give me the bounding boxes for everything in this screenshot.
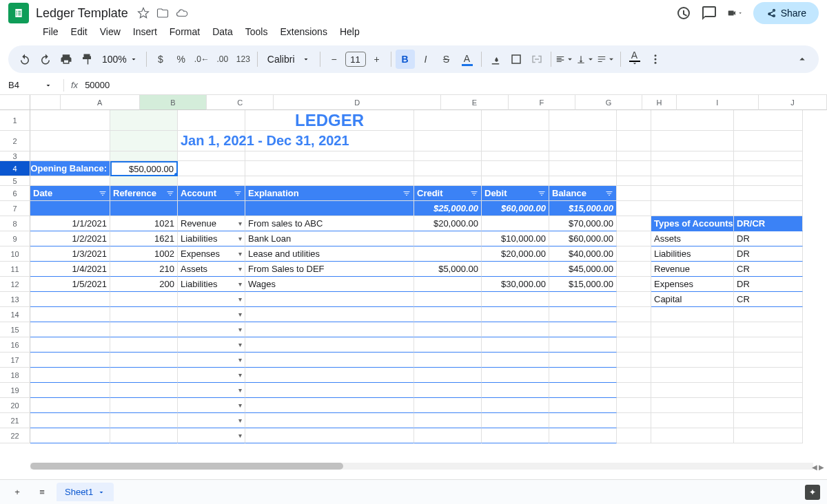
toolbar: 100% $ % .0← .00 123 Calibri − 11 + B I … xyxy=(8,45,819,73)
print-button[interactable] xyxy=(57,50,76,69)
decrease-decimal-button[interactable]: .0← xyxy=(192,50,212,69)
svg-point-2 xyxy=(654,62,656,64)
menu-edit[interactable]: Edit xyxy=(65,23,93,40)
bold-button[interactable]: B xyxy=(396,50,415,69)
select-all-corner[interactable] xyxy=(0,95,30,110)
star-icon[interactable] xyxy=(136,6,150,20)
zoom-dropdown[interactable]: 100% xyxy=(98,54,142,65)
menu-insert[interactable]: Insert xyxy=(127,23,163,40)
cloud-icon[interactable] xyxy=(175,6,189,20)
move-icon[interactable] xyxy=(156,6,170,20)
more-button[interactable] xyxy=(646,50,665,69)
italic-button[interactable]: I xyxy=(416,50,436,69)
menu-extensions[interactable]: Extensions xyxy=(274,23,332,40)
history-icon[interactable] xyxy=(675,5,691,21)
increase-decimal-button[interactable]: .00 xyxy=(213,50,232,69)
undo-button[interactable] xyxy=(15,50,34,69)
paint-format-button[interactable] xyxy=(77,50,96,69)
horizontal-scrollbar[interactable] xyxy=(30,463,813,470)
menu-format[interactable]: Format xyxy=(164,23,205,40)
decrease-font-button[interactable]: − xyxy=(325,50,344,69)
share-label: Share xyxy=(781,8,806,19)
svg-point-1 xyxy=(654,59,656,61)
menu-tools[interactable]: Tools xyxy=(240,23,274,40)
formula-input[interactable]: 50000 xyxy=(85,80,110,90)
title-bar: Ledger Template Share xyxy=(0,0,827,22)
sheets-logo[interactable] xyxy=(8,3,29,23)
text-color-group-button[interactable]: A xyxy=(625,50,644,69)
more-formats-button[interactable]: 123 xyxy=(234,50,253,69)
font-size-input[interactable]: 11 xyxy=(345,52,366,67)
svg-point-0 xyxy=(654,54,656,56)
increase-font-button[interactable]: + xyxy=(367,50,387,69)
grid[interactable]: A B C D E F G H I J 1LEDGER2Jan 1, 2021 … xyxy=(0,95,827,481)
menu-file[interactable]: File xyxy=(37,23,64,40)
text-color-button[interactable]: A xyxy=(458,50,477,69)
menu-help[interactable]: Help xyxy=(334,23,365,40)
menu-bar: File Edit View Insert Format Data Tools … xyxy=(0,22,827,43)
menu-view[interactable]: View xyxy=(94,23,126,40)
sheet-tabs-bar: + ≡ Sheet1 xyxy=(0,479,827,481)
valign-button[interactable] xyxy=(576,50,595,69)
currency-button[interactable]: $ xyxy=(151,50,170,69)
fx-label: fx xyxy=(71,80,78,90)
menu-data[interactable]: Data xyxy=(207,23,238,40)
borders-button[interactable] xyxy=(507,50,526,69)
formula-bar: B4 fx 50000 xyxy=(0,76,827,95)
comment-icon[interactable] xyxy=(701,5,717,21)
merge-button[interactable] xyxy=(527,50,547,69)
name-box[interactable]: B4 xyxy=(8,80,57,90)
share-button[interactable]: Share xyxy=(753,2,819,24)
collapse-toolbar-button[interactable] xyxy=(793,50,812,69)
document-title[interactable]: Ledger Template xyxy=(36,6,128,21)
align-button[interactable] xyxy=(555,50,575,69)
redo-button[interactable] xyxy=(36,50,55,69)
column-headers[interactable]: A B C D E F G H I J xyxy=(30,95,827,110)
strikethrough-button[interactable]: S xyxy=(437,50,456,69)
fill-color-button[interactable] xyxy=(486,50,505,69)
meet-icon[interactable] xyxy=(727,5,744,21)
percent-button[interactable]: % xyxy=(172,50,191,69)
font-dropdown[interactable]: Calibri xyxy=(262,54,316,65)
wrap-button[interactable] xyxy=(597,50,616,69)
